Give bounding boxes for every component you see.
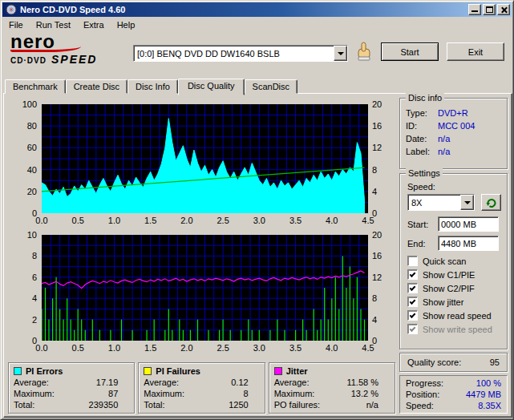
stats-row-value: 87 [67, 389, 129, 398]
start-button[interactable]: Start [381, 42, 439, 61]
x-axis-tick: 4.0 [322, 343, 342, 353]
x-axis-tick: 3.5 [286, 216, 306, 225]
disc-info-row-label: ID: [406, 121, 438, 131]
x-axis-tick: 0.0 [32, 216, 51, 225]
checkbox-label: Quick scan [423, 256, 466, 266]
speed-select-dropdown-button[interactable] [460, 195, 474, 210]
disc-info-row: Type:DVD+R [400, 107, 507, 119]
left-axis-tick: 2 [6, 315, 37, 325]
tab-benchmark[interactable]: Benchmark [5, 79, 66, 94]
app-window: Nero CD-DVD Speed 4.60 FileRun TestExtra… [0, 0, 514, 420]
x-axis-tick: 3.0 [249, 343, 269, 353]
tab-disc-quality[interactable]: Disc Quality [178, 79, 245, 95]
checkbox-box[interactable] [407, 269, 418, 280]
right-axis-tick: 12 [372, 273, 382, 282]
checkbox-box[interactable] [407, 283, 418, 293]
x-axis-tick: 3.0 [249, 216, 269, 225]
right-axis-tick: 4 [372, 315, 377, 325]
stats-panel-pi-errors: PI ErrorsAverage:17.19Maximum:87Total:23… [8, 362, 135, 414]
left-axis-tick: 100 [6, 99, 37, 109]
window-title: Nero CD-DVD Speed 4.60 [20, 5, 467, 14]
quality-score-box: Quality score: 95 [399, 353, 508, 372]
speed-select[interactable]: 8X [407, 194, 475, 211]
menu-item-help[interactable]: Help [111, 18, 142, 31]
disc-info-row-value: MCC 004 [438, 121, 475, 131]
stats-row: Maximum:13.2 % [274, 388, 390, 399]
checkbox-label: Show C2/PIF [423, 284, 475, 293]
jitter-chart-plot [42, 235, 368, 341]
stats-row-label: Average: [274, 378, 327, 387]
stats-row-value: 8 [196, 389, 259, 398]
stats-row: Total:239350 [14, 399, 129, 410]
progress-row-label: Progress: [406, 378, 447, 388]
start-position-input[interactable] [438, 216, 499, 232]
stats-row-label: Maximum: [144, 389, 196, 398]
tab-disc-info[interactable]: Disc Info [127, 79, 178, 94]
progress-row: Position:4479 MB [406, 389, 501, 400]
menu-item-run-test[interactable]: Run Test [30, 18, 77, 31]
end-position-input[interactable] [438, 236, 499, 251]
chevron-down-icon [338, 52, 344, 55]
stats-row-value: 0.12 [196, 378, 259, 387]
minimize-button[interactable] [468, 4, 481, 15]
refresh-button[interactable] [481, 194, 501, 211]
progress-row-label: Speed: [406, 401, 447, 410]
menu-item-file[interactable]: File [2, 18, 30, 31]
checkbox-label: Show C1/PIE [423, 270, 475, 280]
drive-select[interactable]: [0:0] BENQ DVD DD DW1640 BSLB [133, 45, 348, 62]
speed-label: Speed: [407, 182, 435, 192]
checkbox-show-jitter[interactable]: Show jitter [407, 295, 504, 309]
left-axis-tick: 10 [6, 230, 37, 240]
stats-row-label: PO failures: [274, 400, 327, 410]
x-axis-tick: 2.0 [177, 343, 196, 353]
x-axis-tick: 4.0 [322, 216, 342, 225]
disc-info-title: Disc info [406, 93, 444, 103]
nero-logo: nero CD·DVD SPEED [10, 33, 131, 66]
drive-select-dropdown-button[interactable] [334, 46, 347, 61]
disc-info-row-value: DVD+R [438, 108, 468, 118]
stats-row-value: n/a [327, 400, 390, 410]
x-axis-tick: 1.0 [104, 216, 123, 225]
stats-row-value: 11.58 % [327, 378, 390, 387]
stats-panel-name: PI Errors [26, 366, 63, 376]
checkmark-icon [410, 271, 416, 277]
tab-create-disc[interactable]: Create Disc [66, 79, 127, 94]
tab-strip: BenchmarkCreate DiscDisc InfoDisc Qualit… [5, 78, 297, 94]
maximize-button[interactable] [483, 4, 496, 15]
stats-row: Average:11.58 % [274, 377, 390, 388]
checkbox-box[interactable] [407, 297, 418, 307]
disc-info-row-label: Label: [406, 147, 438, 156]
checkbox-quick-scan[interactable]: Quick scan [407, 254, 504, 268]
stats-row: Maximum:87 [14, 388, 129, 399]
checkmark-icon [410, 325, 416, 332]
left-axis-tick: 20 [6, 187, 37, 196]
chevron-down-icon [464, 201, 471, 204]
x-axis-tick: 1.5 [141, 343, 160, 353]
progress-row: Speed:8.35X [406, 400, 501, 411]
maximize-icon [486, 6, 493, 13]
disc-info-row-value: n/a [438, 134, 450, 143]
right-axis-tick: 20 [372, 230, 382, 240]
progress-row-value: 4479 MB [447, 390, 501, 399]
disc-info-row: Date:n/a [400, 132, 507, 145]
x-axis-tick: 1.5 [141, 216, 160, 225]
stats-row-value: 17.19 [67, 378, 129, 387]
stats-panels: PI ErrorsAverage:17.19Maximum:87Total:23… [8, 362, 395, 414]
stats-row-label: Maximum: [14, 389, 67, 398]
progress-box: Progress:100 %Position:4479 MBSpeed:8.35… [399, 375, 508, 414]
checkmark-icon [410, 298, 416, 305]
settings-checkboxes: Quick scanShow C1/PIEShow C2/PIFShow jit… [407, 254, 504, 336]
stats-panel-jitter: JitterAverage:11.58 %Maximum:13.2 %PO fa… [269, 362, 395, 414]
exit-button[interactable]: Exit [447, 42, 504, 61]
close-button[interactable] [497, 4, 510, 15]
checkbox-box[interactable] [407, 256, 418, 266]
checkbox-show-read-speed[interactable]: Show read speed [407, 309, 504, 322]
stats-row-value: 1250 [196, 400, 259, 410]
tab-scandisc[interactable]: ScanDisc [245, 79, 297, 94]
checkbox-show-c2-pif[interactable]: Show C2/PIF [407, 281, 504, 295]
checkbox-box[interactable] [407, 310, 418, 321]
stats-row-value: 13.2 % [327, 389, 390, 398]
disc-info-row-label: Date: [406, 134, 438, 143]
checkbox-show-c1-pie[interactable]: Show C1/PIE [407, 268, 504, 281]
menu-item-extra[interactable]: Extra [77, 18, 111, 31]
